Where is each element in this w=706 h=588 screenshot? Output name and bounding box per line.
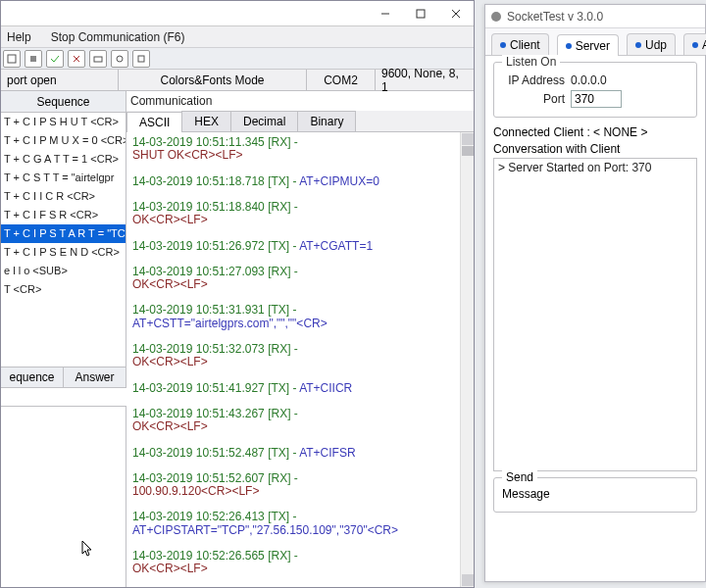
svg-rect-1 [417, 10, 425, 18]
log-line: OK<CR><LF> [132, 278, 468, 291]
scroll-down-icon[interactable] [462, 574, 474, 586]
sequence-item[interactable]: e l l o <SUB> [1, 262, 126, 280]
tab-binary[interactable]: Binary [297, 111, 356, 131]
log-line: 14-03-2019 10:51:26.972 [TX] - AT+CGATT=… [132, 240, 468, 253]
svg-rect-8 [94, 57, 102, 62]
log-line: 14-03-2019 10:51:31.931 [TX] - [132, 304, 468, 317]
menu-stop-communication[interactable]: Stop Communication (F6) [47, 28, 189, 46]
minimize-button[interactable] [368, 1, 403, 26]
sequence-empty-area [1, 407, 126, 587]
sockettest-titlebar: SocketTest v 3.0.0 [485, 5, 705, 28]
log-line: OK<CR><LF> [132, 214, 468, 226]
svg-rect-10 [138, 56, 144, 62]
communication-pane: Communication ASCIIHEXDecimalBinary 14-0… [126, 91, 474, 587]
scroll-thumb[interactable] [462, 146, 474, 156]
tab-client[interactable]: Client [491, 33, 549, 55]
send-group: Send Message [493, 477, 697, 513]
sequence-item[interactable]: T + C I P S T A R T = "TCP [1, 224, 126, 243]
tab-server[interactable]: Server [557, 34, 619, 56]
sequence-item[interactable]: T + C I P M U X = 0 <CR> [1, 131, 126, 150]
dot-icon [500, 42, 506, 48]
app-icon [491, 12, 501, 22]
col-answer: Answer [64, 368, 126, 387]
toolbar-btn-5[interactable] [89, 50, 107, 68]
toolbar-btn-1[interactable] [3, 50, 21, 68]
communication-log[interactable]: 14-03-2019 10:51:11.345 [RX] - SHUT OK<C… [126, 132, 474, 587]
log-line: AT+CIPSTART="TCP","27.56.150.109","370"<… [132, 524, 468, 537]
ip-address-label: IP Address [502, 74, 565, 87]
ip-address-value: 0.0.0.0 [571, 74, 607, 87]
serial-terminal-window: Help Stop Communication (F6) port open C… [0, 0, 475, 588]
log-line: 14-03-2019 10:51:52.487 [TX] - AT+CIFSR [132, 447, 468, 460]
sequence-item[interactable]: T + C I F S R <CR> [1, 206, 126, 224]
toolbar-btn-3[interactable] [46, 50, 64, 68]
dot-icon [692, 42, 698, 48]
window-titlebar [1, 1, 474, 26]
conversation-box[interactable]: > Server Started on Port: 370 [493, 158, 697, 471]
sequence-item[interactable]: T + C I P S E N D <CR> [1, 243, 126, 262]
tab-udp[interactable]: Udp [627, 33, 676, 55]
toolbar-btn-6[interactable] [111, 50, 128, 68]
log-scrollbar[interactable] [460, 132, 474, 587]
col-sequence: equence [1, 368, 64, 387]
log-line: 100.90.9.120<CR><LF> [132, 485, 468, 498]
sequence-list[interactable]: T + C I P S H U T <CR>T + C I P M U X = … [1, 113, 126, 368]
svg-rect-4 [8, 55, 16, 63]
port-label: Port [502, 92, 565, 106]
menubar: Help Stop Communication (F6) [1, 26, 474, 48]
sequence-item[interactable]: T + C G A T T = 1 <CR> [1, 150, 126, 169]
connected-client-label: Connected Client : < NONE > [493, 125, 697, 139]
port-input[interactable] [571, 90, 622, 108]
conversation-label: Conversation with Client [493, 142, 697, 156]
tab-about[interactable]: About [683, 33, 706, 55]
port-status: port open [1, 70, 119, 90]
communication-header: Communication [126, 91, 474, 111]
log-line: 14-03-2019 10:52:26.413 [TX] - [132, 511, 468, 523]
send-legend: Send [502, 470, 537, 484]
communication-tabs: ASCIIHEXDecimalBinary [126, 111, 474, 132]
sequence-sidebar: Sequence T + C I P S H U T <CR>T + C I P… [1, 91, 126, 587]
status-row: port open Colors&Fonts Mode COM2 9600, N… [1, 70, 474, 91]
sequence-item[interactable]: T <CR> [1, 280, 126, 299]
sockettest-tabs: ClientServerUdpAbout [485, 28, 705, 56]
svg-point-9 [117, 56, 123, 62]
scroll-up-icon[interactable] [462, 133, 474, 145]
maximize-button[interactable] [403, 1, 438, 26]
toolbar-btn-2[interactable] [25, 50, 42, 68]
sequence-item[interactable]: T + C I P S H U T <CR> [1, 113, 126, 131]
menu-help[interactable]: Help [3, 28, 35, 46]
listen-on-group: Listen On IP Address 0.0.0.0 Port [493, 62, 697, 118]
log-line: 14-03-2019 10:51:41.927 [TX] - AT+CIICR [132, 382, 468, 395]
tab-decimal[interactable]: Decimal [230, 111, 298, 131]
svg-rect-5 [30, 56, 36, 62]
cursor-icon [81, 540, 95, 558]
serial-params: 9600, None, 8, 1 [376, 70, 474, 90]
sequence-item[interactable]: T + C S T T = "airtelgpr [1, 169, 126, 187]
message-label: Message [502, 487, 550, 501]
log-line: OK<CR><LF> [132, 563, 468, 575]
sequence-item[interactable]: T + C I I C R <CR> [1, 187, 126, 206]
dot-icon [635, 42, 641, 48]
log-line: 14-03-2019 10:51:18.718 [TX] - AT+CIPMUX… [132, 175, 468, 188]
colors-fonts-mode[interactable]: Colors&Fonts Mode [119, 70, 307, 90]
log-line: OK<CR><LF> [132, 420, 468, 433]
toolbar-btn-4[interactable] [68, 50, 85, 68]
close-button[interactable] [438, 1, 474, 26]
listen-on-legend: Listen On [502, 55, 560, 69]
sequence-header: Sequence [1, 91, 126, 113]
dot-icon [566, 43, 572, 49]
tab-hex[interactable]: HEX [181, 111, 231, 131]
tab-ascii[interactable]: ASCII [126, 112, 182, 132]
log-line: SHUT OK<CR><LF> [132, 149, 468, 162]
sockettest-title: SocketTest v 3.0.0 [507, 10, 603, 24]
log-line: AT+CSTT="airtelgprs.com","",""<CR> [132, 318, 468, 330]
log-line: OK<CR><LF> [132, 356, 468, 368]
sockettest-window: SocketTest v 3.0.0 ClientServerUdpAbout … [484, 4, 706, 582]
toolbar-btn-7[interactable] [132, 50, 150, 68]
com-port: COM2 [307, 70, 376, 90]
